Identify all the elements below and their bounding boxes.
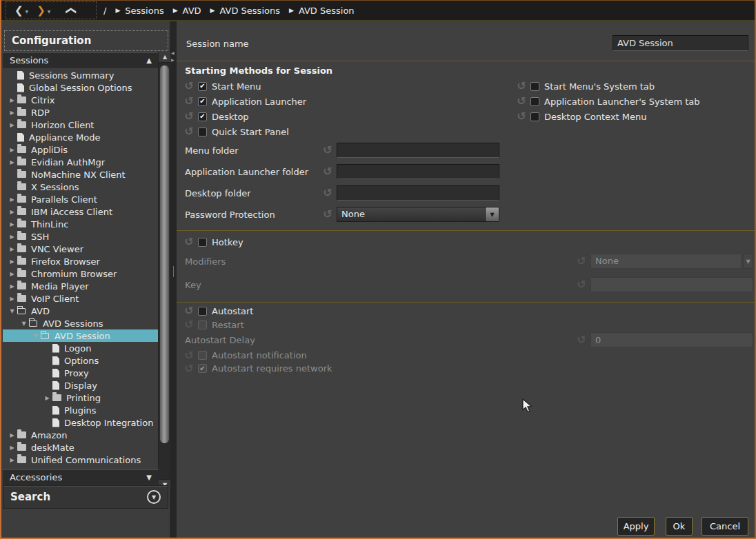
sidebar-section-sessions[interactable]: Sessions ▲ [3,52,159,68]
expander-collapsed-icon[interactable]: ▶ [7,122,17,128]
back-icon[interactable]: ❮ [14,6,23,16]
expander-collapsed-icon[interactable]: ▶ [7,159,17,165]
reset-icon[interactable]: ↺ [515,81,528,92]
search-collapse-icon[interactable]: ▼ [147,490,161,504]
menu-folder-input[interactable] [337,143,499,158]
reset-icon[interactable]: ↺ [182,111,196,122]
forward-history-dropdown-icon[interactable]: ▼ [48,9,51,14]
tree-item-amazon[interactable]: ▶Amazon [3,429,159,441]
reset-icon[interactable]: ↺ [182,96,196,107]
reset-icon[interactable]: ↺ [319,145,337,156]
apply-button[interactable]: Apply [617,517,655,536]
tree-item-unified-communications[interactable]: ▶Unified Communications [3,454,159,466]
expander-collapsed-icon[interactable]: ▶ [7,209,17,215]
session-name-input[interactable] [613,35,748,51]
tree-item-desktop-integration[interactable]: Desktop Integration [3,416,159,429]
splitter-collapse-right-icon[interactable]: ▶ [171,57,175,62]
tree-item-ibm-iaccess-client[interactable]: ▶IBM iAccess Client [3,205,159,218]
tree-item-appliance-mode[interactable]: Appliance Mode [3,131,159,143]
tree-item-ssh[interactable]: ▶SSH [3,230,159,243]
tree-item-firefox-browser[interactable]: ▶Firefox Browser [3,255,159,267]
checkbox-desktop-context-menu[interactable] [530,112,539,121]
tree-item-global-session-options[interactable]: Global Session Options [3,81,159,94]
splitter-handle[interactable] [173,266,174,277]
expander-collapsed-icon[interactable]: ▶ [7,147,17,153]
expander-collapsed-icon[interactable]: ▶ [7,110,17,116]
expander-expanded-icon[interactable]: ▼ [7,308,17,314]
tree-item-applidis[interactable]: ▶AppliDis [3,143,159,156]
expander-collapsed-icon[interactable]: ▶ [7,258,17,265]
checkbox-start-menu-s-system-tab[interactable] [530,82,539,91]
reset-icon[interactable]: ↺ [319,209,337,220]
reset-icon[interactable]: ↺ [319,166,337,177]
tree-item-citrix[interactable]: ▶Citrix [3,94,159,106]
scrollbar-thumb[interactable] [159,65,170,444]
tree-item-chromium-browser[interactable]: ▶Chromium Browser [3,267,159,280]
reset-icon[interactable]: ↺ [182,126,196,137]
tree-item-parallels-client[interactable]: ▶Parallels Client [3,193,159,205]
breadcrumb-item-sessions[interactable]: ▶Sessions [115,6,163,16]
dropdown-arrow-icon[interactable]: ▼ [486,207,499,222]
reset-icon[interactable]: ↺ [182,236,196,247]
tree-item-sessions-summary[interactable]: Sessions Summary [3,69,159,81]
tree-item-horizon-client[interactable]: ▶Horizon Client [3,119,159,131]
breadcrumb-item-avd-sessions[interactable]: ▶AVD Sessions [210,6,280,16]
checkbox-desktop[interactable]: ✔ [198,112,207,121]
expander-collapsed-icon[interactable]: ▶ [42,395,52,401]
expander-collapsed-icon[interactable]: ▶ [7,271,17,277]
tree-item-vnc-viewer[interactable]: ▶VNC Viewer [3,243,159,255]
tree-item-avd[interactable]: ▼AVD [3,305,159,317]
tree-item-proxy[interactable]: Proxy [3,367,159,379]
checkbox-start-menu[interactable]: ✔ [198,82,207,91]
expander-collapsed-icon[interactable]: ▶ [7,221,17,227]
tree-item-voip-client[interactable]: ▶VoIP Client [3,292,159,305]
reset-icon[interactable]: ↺ [182,305,196,316]
tree-item-printing[interactable]: ▶Printing [3,391,159,404]
tree-item-options[interactable]: Options [3,354,159,367]
desktop-folder-input[interactable] [337,185,499,201]
tree-item-deskmate[interactable]: ▶deskMate [3,441,159,454]
ok-button[interactable]: Ok [666,517,693,536]
forward-icon[interactable]: ❯ [37,6,46,16]
password-protection-select[interactable]: None▼ [337,207,499,222]
tree-item-plugins[interactable]: Plugins [3,404,159,416]
expander-expanded-icon[interactable]: ▼ [19,321,29,327]
breadcrumb-root[interactable]: / [103,6,106,16]
checkbox-application-launcher[interactable]: ✔ [198,97,207,106]
breadcrumb-item-avd[interactable]: ▶AVD [173,6,201,16]
expander-collapsed-icon[interactable]: ▶ [7,283,17,289]
checkbox-application-launcher-s-system-tab[interactable] [530,97,539,106]
tree-scrollbar[interactable]: ▲ ▼ [158,52,170,490]
reset-icon[interactable]: ↺ [515,96,528,107]
tree-item-logon[interactable]: Logon [3,342,159,354]
sidebar-section-accessories[interactable]: Accessories ▼ [3,469,159,485]
tree-item-evidian-authmgr[interactable]: ▶Evidian AuthMgr [3,156,159,168]
cancel-button[interactable]: Cancel [702,517,748,536]
tree-item-nomachine-nx-client[interactable]: NoMachine NX Client [3,168,159,181]
tree-item-display[interactable]: Display [3,379,159,391]
tree-item-avd-sessions[interactable]: ▼AVD Sessions [3,317,159,329]
expander-collapsed-icon[interactable]: ▶ [7,296,17,302]
panel-splitter[interactable]: ◀ ▶ [170,21,177,538]
reset-icon[interactable]: ↺ [182,81,196,92]
checkbox-quick-start-panel[interactable] [198,128,207,136]
reset-icon[interactable]: ↺ [515,111,528,122]
tree-item-avd-session[interactable]: ▼AVD Session [3,329,159,342]
application-launcher-folder-input[interactable] [337,164,499,179]
up-icon[interactable]: ❮ [66,6,77,15]
back-history-dropdown-icon[interactable]: ▼ [26,9,29,14]
tree-item-rdp[interactable]: ▶RDP [3,106,159,119]
splitter-collapse-left-icon[interactable]: ◀ [171,50,175,55]
expander-collapsed-icon[interactable]: ▶ [7,246,17,252]
search-panel-header[interactable]: Search ▼ [3,485,168,509]
checkbox-autostart[interactable] [198,307,207,316]
scroll-up-icon[interactable]: ▲ [159,52,171,63]
tree-item-thinlinc[interactable]: ▶ThinLinc [3,218,159,230]
expander-collapsed-icon[interactable]: ▶ [7,196,17,203]
expander-collapsed-icon[interactable]: ▶ [7,97,17,103]
tree-item-x-sessions[interactable]: X Sessions [3,181,159,193]
expander-collapsed-icon[interactable]: ▶ [7,445,17,451]
checkbox-hotkey[interactable] [198,238,207,247]
reset-icon[interactable]: ↺ [319,187,337,199]
expander-collapsed-icon[interactable]: ▶ [7,432,17,438]
